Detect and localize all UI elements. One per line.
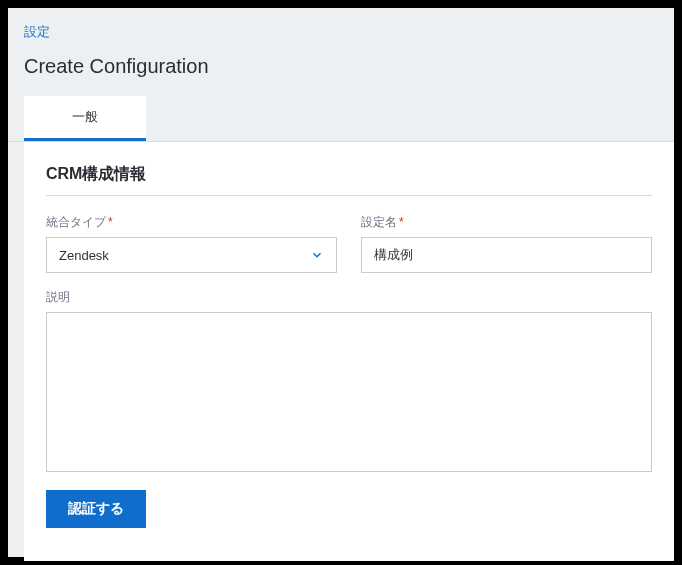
chevron-down-icon — [310, 248, 324, 262]
authenticate-button[interactable]: 認証する — [46, 490, 146, 528]
section-title: CRM構成情報 — [46, 164, 652, 196]
config-name-label: 設定名* — [361, 214, 652, 231]
tab-general[interactable]: 一般 — [24, 96, 146, 141]
page-title: Create Configuration — [8, 47, 674, 96]
integration-type-label: 統合タイプ* — [46, 214, 337, 231]
tab-bar: 一般 — [8, 96, 674, 142]
breadcrumb: 設定 — [8, 8, 674, 47]
integration-type-select[interactable]: Zendesk — [46, 237, 337, 273]
config-panel: 設定 Create Configuration 一般 CRM構成情報 統合タイプ… — [8, 8, 674, 557]
description-textarea[interactable] — [46, 312, 652, 472]
tab-content: CRM構成情報 統合タイプ* Zendesk 設定名* — [24, 142, 674, 561]
integration-type-value: Zendesk — [59, 248, 310, 263]
config-name-input[interactable] — [361, 237, 652, 273]
description-label: 説明 — [46, 289, 652, 306]
breadcrumb-settings-link[interactable]: 設定 — [24, 24, 50, 39]
